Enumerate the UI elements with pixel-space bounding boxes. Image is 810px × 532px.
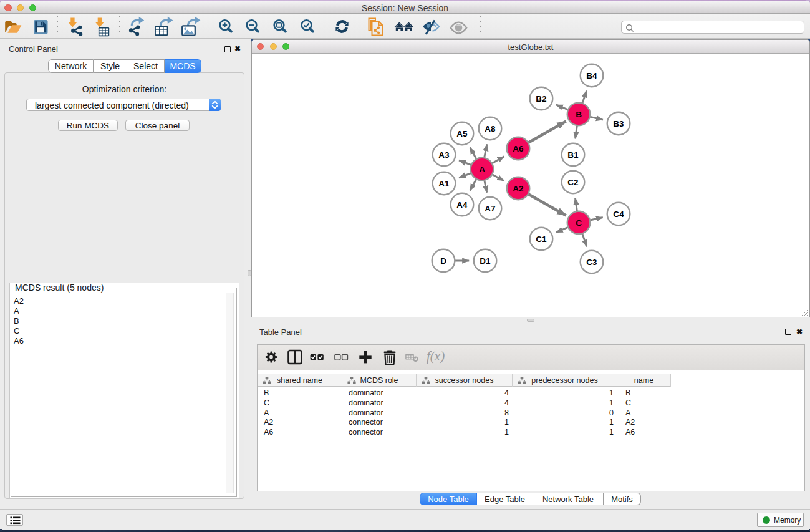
- svg-text:A5: A5: [456, 129, 468, 138]
- svg-text:C4: C4: [613, 210, 624, 219]
- svg-text:B1: B1: [567, 150, 579, 160]
- svg-text:A3: A3: [438, 150, 450, 160]
- svg-text:C: C: [576, 218, 582, 228]
- svg-text:A4: A4: [456, 200, 468, 210]
- svg-text:B: B: [576, 110, 582, 119]
- svg-text:C2: C2: [567, 178, 578, 187]
- svg-text:A6: A6: [513, 144, 524, 153]
- svg-text:D: D: [440, 256, 446, 266]
- svg-text:A2: A2: [513, 184, 523, 193]
- svg-text:B4: B4: [586, 71, 597, 80]
- svg-text:A8: A8: [485, 124, 496, 133]
- svg-text:B3: B3: [613, 119, 624, 128]
- svg-text:C1: C1: [536, 235, 547, 244]
- svg-text:A1: A1: [438, 179, 450, 188]
- svg-text:B2: B2: [536, 94, 546, 104]
- svg-text:A: A: [479, 165, 485, 174]
- svg-text:D1: D1: [480, 256, 491, 266]
- svg-text:C3: C3: [586, 258, 597, 267]
- svg-text:A7: A7: [485, 204, 495, 213]
